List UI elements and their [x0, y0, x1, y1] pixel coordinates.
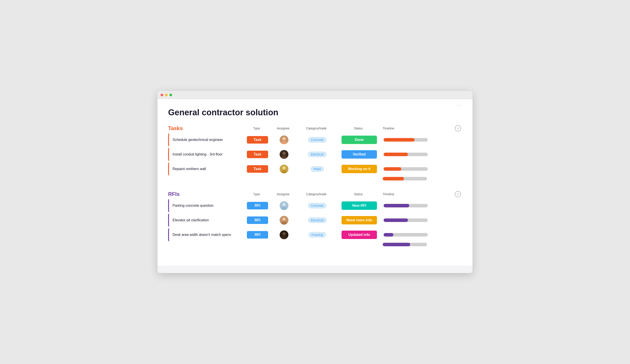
- extra-timeline-fill: [383, 177, 404, 181]
- status-col: Updated info: [337, 231, 381, 239]
- timeline-col: [381, 138, 462, 142]
- avatar: [280, 230, 288, 239]
- timeline-bar: [384, 153, 428, 156]
- status-col: Working on it: [337, 165, 381, 173]
- timeline-bar: [384, 218, 428, 222]
- avatar: [280, 150, 288, 159]
- tasks-add-button[interactable]: +: [455, 125, 461, 131]
- timeline-bar: [384, 204, 428, 207]
- rfi-type-badge: RFI: [247, 216, 268, 224]
- timeline-bar: [384, 167, 428, 171]
- timeline-bar: [384, 233, 428, 237]
- timeline-col: [381, 204, 462, 207]
- timeline-col: [381, 167, 462, 171]
- tasks-col-status: Status: [336, 127, 380, 130]
- rfi-type-badge: RFI: [247, 231, 268, 238]
- more-options-button[interactable]: ···: [456, 103, 462, 108]
- rfis-col-type: Type: [243, 192, 270, 196]
- category-col: Electrical: [297, 217, 337, 223]
- status-badge: Done: [342, 136, 377, 144]
- category-badge: Concrete: [308, 203, 327, 208]
- svg-point-7: [282, 166, 286, 170]
- tasks-header: Tasks Type Assignee Category/trade Statu…: [168, 125, 462, 131]
- rfis-section-title: RFIs: [168, 191, 243, 197]
- avatar: [280, 201, 288, 210]
- task-type-badge: Task: [247, 151, 268, 158]
- tasks-col-assignee: Assignee: [270, 127, 296, 130]
- timeline-col: [381, 218, 462, 222]
- category-badge: Paint: [310, 166, 324, 172]
- task-name: Repaint northern wall: [169, 167, 244, 171]
- task-type-badge: Task: [247, 165, 268, 173]
- svg-point-13: [282, 217, 286, 221]
- status-col: Need more info: [337, 216, 381, 224]
- avatar: [280, 216, 288, 225]
- svg-point-10: [282, 203, 286, 206]
- assignee-col: [271, 150, 297, 159]
- timeline-fill: [384, 138, 414, 142]
- maximize-button[interactable]: [170, 94, 172, 96]
- category-col: Concrete: [297, 203, 337, 208]
- status-badge: Working on it: [342, 165, 377, 173]
- category-badge: Electrical: [308, 152, 327, 157]
- category-col: Concrete: [297, 137, 337, 143]
- category-badge: Framing: [308, 232, 326, 238]
- tasks-section-title: Tasks: [168, 125, 243, 131]
- rfis-add-button[interactable]: +: [455, 191, 461, 197]
- close-button[interactable]: [160, 94, 163, 96]
- rfis-col-category: Category/trade: [296, 192, 336, 196]
- minimize-button[interactable]: [165, 94, 168, 96]
- category-badge: Concrete: [308, 137, 327, 143]
- rfi-name: Desk area width doesn't match specs: [169, 233, 244, 237]
- timeline-fill: [384, 204, 409, 207]
- app-window: General contractor solution ··· Tasks Ty…: [158, 91, 472, 273]
- status-col: Done: [337, 136, 381, 144]
- timeline-bar: [384, 138, 428, 142]
- timeline-fill: [384, 153, 408, 156]
- status-col: Verified: [337, 150, 381, 159]
- svg-point-1: [282, 137, 286, 140]
- timeline-col: [381, 233, 462, 237]
- rfi-name: Elevator pit clarification: [169, 218, 244, 222]
- assignee-col: [271, 165, 297, 173]
- rfi-row: Desk area width doesn't match specs RFI …: [168, 228, 462, 241]
- status-badge: New RFI: [342, 201, 377, 210]
- rfi-name: Parking concrete question: [169, 204, 244, 208]
- assignee-col: [271, 135, 297, 144]
- timeline-fill: [384, 167, 401, 171]
- rfis-col-timeline: Timeline: [383, 192, 394, 196]
- task-name: Schedule geotechnical engineer: [169, 138, 244, 142]
- extra-timeline-col: [380, 243, 462, 246]
- assignee-col: [271, 230, 297, 239]
- main-content: General contractor solution ··· Tasks Ty…: [158, 99, 472, 266]
- tasks-col-type: Type: [243, 127, 270, 130]
- rfi-row: Parking concrete question RFI Concrete: [168, 199, 462, 212]
- rfis-col-assignee: Assignee: [270, 192, 296, 196]
- status-badge: Updated info: [342, 231, 377, 239]
- extra-timeline-fill: [383, 243, 410, 246]
- task-row: Repaint northern wall Task Paint: [168, 162, 462, 176]
- svg-point-4: [282, 152, 286, 155]
- page-title: General contractor solution: [168, 108, 462, 117]
- tasks-col-timeline: Timeline: [383, 127, 394, 130]
- category-col: Framing: [297, 232, 337, 238]
- assignee-col: [271, 201, 297, 210]
- category-badge: Electrical: [308, 217, 327, 223]
- avatar: [280, 165, 288, 173]
- extra-timeline-bar: [383, 243, 427, 246]
- task-name: Install conduit lighting - 3rd floor: [169, 152, 244, 156]
- timeline-fill: [384, 233, 393, 237]
- titlebar: [158, 91, 472, 99]
- task-row: Install conduit lighting - 3rd floor Tas…: [168, 148, 462, 161]
- status-badge: Need more info: [342, 216, 377, 224]
- rfis-header: RFIs Type Assignee Category/trade Status…: [168, 191, 462, 197]
- task-row: Schedule geotechnical engineer Task Conc…: [168, 133, 462, 147]
- rfis-section: RFIs Type Assignee Category/trade Status…: [168, 191, 462, 246]
- status-col: New RFI: [337, 201, 381, 210]
- category-col: Electrical: [297, 152, 337, 157]
- svg-point-16: [282, 232, 286, 235]
- status-badge: Verified: [342, 150, 377, 159]
- extra-timeline-bar: [383, 177, 427, 181]
- rfi-type-badge: RFI: [247, 202, 268, 209]
- extra-timeline-col: [380, 177, 462, 181]
